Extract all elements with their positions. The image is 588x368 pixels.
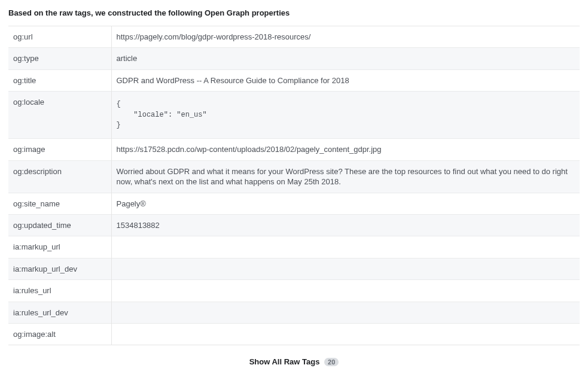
table-row: og:descriptionWorried about GDPR and wha…	[8, 160, 580, 193]
table-row: og:typearticle	[8, 48, 580, 69]
table-row: og:updated_time1534813882	[8, 215, 580, 236]
property-key: ia:rules_url	[8, 280, 111, 302]
property-value	[111, 280, 580, 302]
count-badge: 20	[324, 358, 339, 366]
property-value	[111, 258, 580, 279]
property-key: og:description	[8, 160, 111, 193]
table-row: og:titleGDPR and WordPress -- A Resource…	[8, 69, 580, 91]
property-key: ia:markup_url_dev	[8, 258, 111, 279]
table-row: ia:rules_url_dev	[8, 302, 580, 323]
property-key: og:image:alt	[8, 324, 111, 345]
table-row: ia:rules_url	[8, 280, 580, 302]
property-value: article	[111, 48, 580, 69]
property-value	[111, 236, 580, 258]
table-row: og:site_namePagely®	[8, 193, 580, 214]
property-value: https://pagely.com/blog/gdpr-wordpress-2…	[111, 26, 580, 48]
property-value	[111, 324, 580, 345]
property-key: ia:rules_url_dev	[8, 302, 111, 323]
og-properties-table: og:urlhttps://pagely.com/blog/gdpr-wordp…	[8, 26, 580, 345]
show-all-label: Show All Raw Tags	[249, 357, 320, 366]
table-row: ia:markup_url_dev	[8, 258, 580, 279]
property-key: og:site_name	[8, 193, 111, 214]
table-row: og:urlhttps://pagely.com/blog/gdpr-wordp…	[8, 26, 580, 48]
table-row: og:locale{ "locale": "en_us" }	[8, 92, 580, 139]
table-row: ia:markup_url	[8, 236, 580, 258]
property-value: Pagely®	[111, 193, 580, 214]
property-key: og:updated_time	[8, 215, 111, 236]
show-all-link[interactable]: Show All Raw Tags 20	[249, 357, 339, 366]
section-heading: Based on the raw tags, we constructed th…	[8, 6, 580, 26]
property-value	[111, 302, 580, 323]
property-value: { "locale": "en_us" }	[111, 92, 580, 139]
property-key: og:locale	[8, 92, 111, 139]
property-value: GDPR and WordPress -- A Resource Guide t…	[111, 69, 580, 91]
property-value: Worried about GDPR and what it means for…	[111, 160, 580, 193]
property-key: ia:markup_url	[8, 236, 111, 258]
show-all-raw-tags[interactable]: Show All Raw Tags 20	[8, 345, 580, 368]
property-key: og:image	[8, 139, 111, 160]
property-key: og:type	[8, 48, 111, 69]
property-value: 1534813882	[111, 215, 580, 236]
property-key: og:url	[8, 26, 111, 48]
table-row: og:image:alt	[8, 324, 580, 345]
property-key: og:title	[8, 69, 111, 91]
table-row: og:imagehttps://s17528.pcdn.co/wp-conten…	[8, 139, 580, 160]
property-value: https://s17528.pcdn.co/wp-content/upload…	[111, 139, 580, 160]
